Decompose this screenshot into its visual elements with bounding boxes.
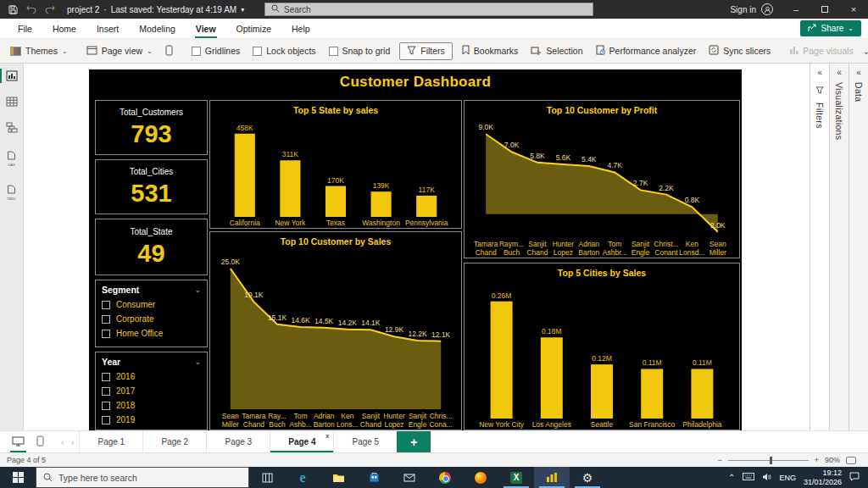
chart-plot-area[interactable]: 9.0KTamaraChand7.0KRaym...Buch5.8KSanjit… <box>465 116 739 258</box>
checkbox-icon[interactable] <box>102 301 110 309</box>
title-caret-icon[interactable]: ▾ <box>241 6 244 14</box>
task-view-button[interactable] <box>249 467 285 488</box>
touch-keyboard-icon[interactable] <box>743 473 754 482</box>
bookmarks-button[interactable]: Bookmarks <box>459 42 522 59</box>
area-chart-svg[interactable]: 9.0KTamaraChand7.0KRaym...Buch5.8KSanjit… <box>465 116 739 258</box>
snap-to-grid-toggle[interactable]: Snap to grid <box>326 43 394 58</box>
fit-to-page-button[interactable] <box>846 457 856 464</box>
tmdl-view-button[interactable]: TMDL <box>0 180 23 202</box>
mail-button[interactable] <box>392 467 427 488</box>
checkbox-icon[interactable] <box>102 402 110 410</box>
slicer-header[interactable]: Segment ⌄ <box>102 285 201 295</box>
page-view-button[interactable]: Page view ⌄ <box>83 43 156 59</box>
chart-top5-cities[interactable]: Top 5 Cities by Sales 0.26MNew York City… <box>464 263 740 430</box>
visualizations-pane-collapsed[interactable]: « Visualizations <box>829 64 849 430</box>
bar[interactable] <box>691 369 713 419</box>
gridlines-checkbox[interactable] <box>192 47 201 56</box>
mobile-view-button[interactable] <box>35 433 46 451</box>
tab-page-4[interactable]: Page 4 x <box>270 431 333 452</box>
bar[interactable] <box>641 369 663 419</box>
clock[interactable]: 19:12 31/01/2026 <box>804 469 842 486</box>
share-button[interactable]: Share ⌄ <box>800 20 861 36</box>
bar[interactable] <box>591 364 613 419</box>
ribbon-collapse-icon[interactable]: ⌄ <box>863 47 868 56</box>
close-tab-icon[interactable]: x <box>326 432 329 440</box>
gridlines-toggle[interactable]: Gridlines <box>188 43 243 58</box>
slicer-option-home-office[interactable]: Home Office <box>102 329 201 338</box>
lock-objects-checkbox[interactable] <box>253 47 262 56</box>
chart-plot-area[interactable]: 0.26MNew York City0.18MLos Angeles0.12MS… <box>465 279 739 430</box>
lock-objects-toggle[interactable]: Lock objects <box>249 43 319 58</box>
performance-analyzer-button[interactable]: Performance analyzer <box>593 42 700 59</box>
report-workspace[interactable]: Customer Dashboard Total_Customers 793 T… <box>24 64 810 430</box>
bar[interactable] <box>491 302 513 419</box>
minimize-button[interactable]: – <box>782 0 810 19</box>
bar-chart-svg[interactable]: 458KCalifornia311KNew York170KTexas139KW… <box>210 116 461 228</box>
bar[interactable] <box>541 337 563 419</box>
excel-button[interactable]: X <box>498 467 534 488</box>
project-title[interactable]: project 2 · Last saved: Yesterday at 4:1… <box>67 5 244 14</box>
sync-slicers-button[interactable]: Sync slicers <box>705 42 774 59</box>
bar-chart-svg[interactable]: 0.26MNew York City0.18MLos Angeles0.12MS… <box>465 279 739 430</box>
file-explorer-button[interactable] <box>320 467 356 488</box>
tab-page-5[interactable]: Page 5 <box>333 431 397 452</box>
expand-pane-icon[interactable]: « <box>856 68 861 77</box>
chart-plot-area[interactable]: 25.0KSeanMiller19.1KTamaraChand15.1KRay.… <box>210 247 461 430</box>
slicer-option-2016[interactable]: 2016 <box>102 372 201 381</box>
area-fill[interactable] <box>486 134 718 231</box>
settings-button[interactable]: ⚙ <box>570 467 605 488</box>
chevron-down-icon[interactable]: ⌄ <box>194 358 201 366</box>
chart-top5-states[interactable]: Top 5 State by sales 458KCalifornia311KN… <box>209 100 462 229</box>
prev-page-icon[interactable]: ‹ <box>61 437 64 447</box>
slicer-option-corporate[interactable]: Corporate <box>102 314 201 324</box>
model-view-button[interactable] <box>0 120 23 135</box>
chart-top10-sales[interactable]: Top 10 Customer by Sales 25.0KSeanMiller… <box>209 231 462 430</box>
microsoft-store-button[interactable] <box>356 467 392 488</box>
filters-pane-collapsed[interactable]: « Filters <box>810 64 829 430</box>
redo-icon[interactable] <box>45 5 55 14</box>
bar[interactable] <box>416 196 437 217</box>
sign-in-button[interactable]: Sign in <box>721 3 782 15</box>
bar[interactable] <box>280 160 300 217</box>
mobile-layout-button[interactable] <box>162 42 176 60</box>
bar[interactable] <box>371 191 392 217</box>
undo-icon[interactable] <box>26 5 36 14</box>
tab-page-1[interactable]: Page 1 <box>79 431 142 452</box>
search-input[interactable] <box>284 5 587 14</box>
zoom-slider-thumb[interactable] <box>770 457 772 464</box>
desktop-view-button[interactable] <box>10 434 26 451</box>
taskbar-search-input[interactable] <box>58 473 242 483</box>
expand-pane-icon[interactable]: « <box>817 68 822 77</box>
checkbox-icon[interactable] <box>102 315 110 324</box>
tab-page-3[interactable]: Page 3 <box>206 431 270 452</box>
tab-page-2[interactable]: Page 2 <box>142 431 206 452</box>
zoom-in-button[interactable]: + <box>815 456 819 464</box>
close-button[interactable]: × <box>839 0 868 19</box>
bar[interactable] <box>235 134 255 217</box>
firefox-button[interactable] <box>463 467 498 488</box>
tray-expand-icon[interactable]: ⌃ <box>728 473 735 482</box>
checkbox-icon[interactable] <box>102 387 110 396</box>
action-center-icon[interactable] <box>849 472 860 483</box>
slicer-header[interactable]: Year ⌄ <box>102 357 201 367</box>
powerbi-button[interactable] <box>534 467 570 488</box>
filters-toggle-button[interactable]: Filters <box>399 42 453 60</box>
menu-file[interactable]: File <box>8 20 42 37</box>
save-icon[interactable] <box>8 5 18 14</box>
maximize-button[interactable] <box>810 0 839 19</box>
language-indicator[interactable]: ENG <box>779 474 796 482</box>
dashboard-header[interactable]: Customer Dashboard <box>89 69 742 95</box>
themes-button[interactable]: Themes ⌄ <box>7 43 71 58</box>
volume-icon[interactable] <box>762 473 771 483</box>
app-search-box[interactable] <box>264 3 593 16</box>
segment-slicer[interactable]: Segment ⌄ Consumer Corporate Home Office <box>95 280 208 347</box>
menu-modeling[interactable]: Modeling <box>130 20 185 37</box>
zoom-out-button[interactable]: − <box>717 456 721 464</box>
report-view-button[interactable] <box>0 69 23 83</box>
menu-home[interactable]: Home <box>43 20 86 37</box>
menu-insert[interactable]: Insert <box>87 20 128 37</box>
slicer-option-2018[interactable]: 2018 <box>102 401 201 410</box>
next-page-icon[interactable]: › <box>71 437 75 447</box>
expand-pane-icon[interactable]: « <box>837 68 842 77</box>
zoom-slider[interactable] <box>728 460 809 461</box>
